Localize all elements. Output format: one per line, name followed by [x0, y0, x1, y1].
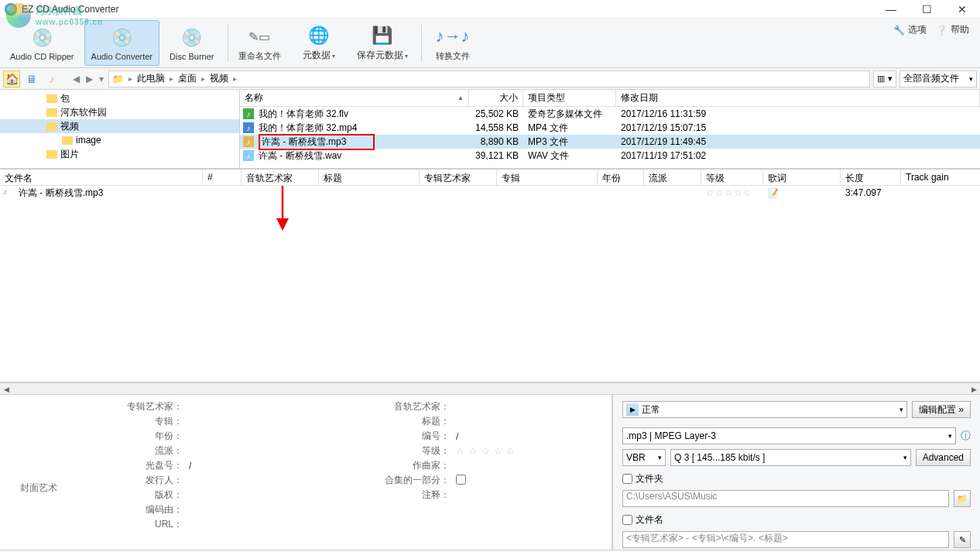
output-filename-checkbox[interactable] — [622, 515, 632, 525]
close-button[interactable]: ✕ — [944, 0, 980, 19]
tree-item[interactable]: 视频 — [0, 119, 239, 133]
file-type-icon: ♪ — [243, 136, 254, 147]
col-album[interactable]: 专辑 — [497, 170, 598, 185]
metadata-label: 元数据▾ — [303, 49, 335, 62]
col-date[interactable]: 修改日期 — [616, 90, 980, 106]
format-dropdown[interactable]: .mp3 | MPEG Layer-3 ▾ — [622, 427, 956, 444]
col-index[interactable]: # — [203, 170, 242, 185]
tree-item[interactable]: 图片 — [0, 147, 239, 161]
nav-back-button[interactable]: ◀ — [71, 74, 81, 84]
col-name[interactable]: 名称 — [240, 90, 469, 106]
file-filter-dropdown[interactable]: 全部音频文件 ▾ — [899, 70, 977, 87]
col-filename[interactable]: 文件名 — [0, 170, 203, 185]
file-list[interactable]: ♪我的！体育老师 32.flv25,502 KB爱奇艺多媒体文件2017/12/… — [240, 107, 980, 168]
label-url: URL： — [70, 518, 186, 531]
file-row[interactable]: ♪许嵩 - 断桥残雪.mp38,890 KBMP3 文件2017/12/19 1… — [240, 135, 980, 149]
tree-item[interactable]: 河东软件园 — [0, 105, 239, 119]
queue-row[interactable]: ♪ 许嵩 - 断桥残雪.mp3 ☆☆☆☆☆ 📝 3:47.097 — [0, 186, 980, 200]
convert-files-button[interactable]: ♪→♪ 转换文件 — [425, 20, 481, 66]
file-name: 许嵩 - 断桥残雪.wav — [254, 149, 469, 163]
queue-list[interactable]: ♪ 许嵩 - 断桥残雪.mp3 ☆☆☆☆☆ 📝 3:47.097 — [0, 186, 980, 382]
queue-length: 3:47.097 — [841, 187, 901, 198]
rename-icon: ✎▭ — [247, 24, 272, 49]
disc-burner-button[interactable]: 💿 Disc Burner — [163, 20, 221, 66]
col-size[interactable]: 大小 — [469, 90, 523, 106]
compilation-checkbox[interactable] — [456, 475, 466, 485]
queue-lyrics-icon[interactable]: 📝 — [763, 188, 841, 198]
col-lyrics[interactable]: 歌词 — [763, 170, 841, 185]
watermark: 河东软件园 www.pc0359.cn — [0, 0, 155, 31]
music-button[interactable]: ♪ — [43, 70, 60, 87]
rename-files-button[interactable]: ✎▭ 重命名文件 — [231, 20, 288, 66]
options-link[interactable]: 🔧选项 — [893, 23, 927, 36]
col-type[interactable]: 项目类型 — [523, 90, 616, 106]
scroll-left-button[interactable]: ◀ — [0, 383, 12, 396]
breadcrumb-segment[interactable]: 桌面 — [178, 72, 197, 85]
col-year[interactable]: 年份 — [598, 170, 644, 185]
edit-config-button[interactable]: 编辑配置 » — [912, 401, 971, 418]
cover-art-box[interactable]: 封面艺术 — [8, 430, 70, 545]
col-track-artist[interactable]: 音轨艺术家 — [242, 170, 319, 185]
burner-label: Disc Burner — [170, 52, 214, 61]
help-link[interactable]: ❔帮助 — [936, 23, 969, 36]
home-button[interactable]: 🏠 — [3, 70, 20, 87]
converter-label: Audio Converter — [91, 52, 153, 61]
desktop-button[interactable]: 🖥 — [23, 70, 40, 87]
save-metadata-button[interactable]: 💾 保存元数据▾ — [350, 20, 415, 66]
folder-tree[interactable]: 包河东软件园视频image图片 — [0, 90, 240, 168]
tree-item[interactable]: image — [0, 133, 239, 147]
col-genre[interactable]: 流派 — [644, 170, 701, 185]
chevron-down-icon: ▾ — [658, 454, 662, 461]
format-info-icon[interactable]: ⓘ — [961, 429, 971, 443]
preset-dropdown[interactable]: ▶正常 ▾ — [622, 401, 907, 418]
label-rating: 等级： — [337, 444, 453, 458]
col-length[interactable]: 长度 — [841, 170, 901, 185]
file-type: MP3 文件 — [523, 135, 616, 149]
horizontal-scrollbar[interactable]: ◀ ▶ — [0, 382, 980, 395]
nav-forward-button[interactable]: ▶ — [84, 74, 94, 84]
chevron-right-icon: ▸ — [128, 74, 132, 83]
col-album-artist[interactable]: 专辑艺术家 — [420, 170, 497, 185]
file-row[interactable]: ♪我的！体育老师 32.flv25,502 KB爱奇艺多媒体文件2017/12/… — [240, 107, 980, 121]
nav-history-button[interactable]: ▾ — [98, 74, 105, 84]
output-filename-input[interactable]: <专辑艺术家> - <专辑>\<编号>. <标题> — [622, 531, 949, 548]
queue-filename: 许嵩 - 断桥残雪.mp3 — [14, 187, 203, 200]
file-row[interactable]: ♪我的！体育老师 32.mp414,558 KBMP4 文件2017/12/19… — [240, 121, 980, 135]
view-mode-button[interactable]: ▥ ▾ — [873, 70, 896, 87]
browse-folder-button[interactable]: 📁 — [954, 490, 971, 507]
chevron-right-icon: ▸ — [201, 74, 205, 83]
breadcrumb-segment[interactable]: 视频 — [210, 72, 228, 85]
bitrate-mode-dropdown[interactable]: VBR▾ — [622, 449, 666, 466]
file-date: 2017/12/19 15:07:15 — [616, 122, 711, 133]
label-track-artist: 音轨艺术家： — [337, 400, 453, 413]
file-type: MP4 文件 — [523, 122, 616, 135]
tree-item-label: image — [76, 135, 101, 146]
metadata-icon: 🌐 — [307, 24, 331, 47]
preset-icon: ▶ — [626, 403, 639, 416]
metadata-button[interactable]: 🌐 元数据▾ — [291, 20, 347, 66]
convert-icon: ♪→♪ — [440, 24, 465, 49]
breadcrumb[interactable]: 📁 ▸ 此电脑 ▸ 桌面 ▸ 视频 ▸ — [108, 70, 870, 87]
chevron-right-icon: ▸ — [170, 74, 173, 83]
quality-dropdown[interactable]: Q 3 [ 145...185 kbit/s ]▾ — [670, 449, 911, 466]
col-rating[interactable]: 等级 — [701, 170, 763, 185]
tree-item[interactable]: 包 — [0, 91, 239, 105]
maximize-button[interactable]: ☐ — [909, 0, 944, 19]
chevron-down-icon: ▾ — [332, 53, 335, 60]
scroll-right-button[interactable]: ▶ — [968, 383, 980, 396]
advanced-button[interactable]: Advanced — [916, 449, 971, 466]
folder-icon — [62, 136, 73, 145]
label-publisher: 发行人： — [70, 474, 186, 487]
col-title[interactable]: 标题 — [319, 170, 420, 185]
filename-template-button[interactable]: ✎ — [954, 531, 971, 548]
wrench-icon: 🔧 — [893, 25, 905, 36]
output-folder-input[interactable]: C:\Users\ASUS\Music — [622, 490, 949, 507]
file-row[interactable]: ♪许嵩 - 断桥残雪.wav39,121 KBWAV 文件2017/11/19 … — [240, 149, 980, 163]
file-type-icon: ♪ — [243, 122, 254, 133]
chevron-down-icon: ▾ — [969, 75, 973, 83]
col-trackgain[interactable]: Track gain — [901, 170, 980, 185]
minimize-button[interactable]: — — [873, 0, 909, 19]
output-folder-checkbox[interactable] — [622, 474, 632, 484]
queue-rating[interactable]: ☆☆☆☆☆ — [701, 187, 763, 198]
breadcrumb-segment[interactable]: 此电脑 — [137, 72, 165, 85]
